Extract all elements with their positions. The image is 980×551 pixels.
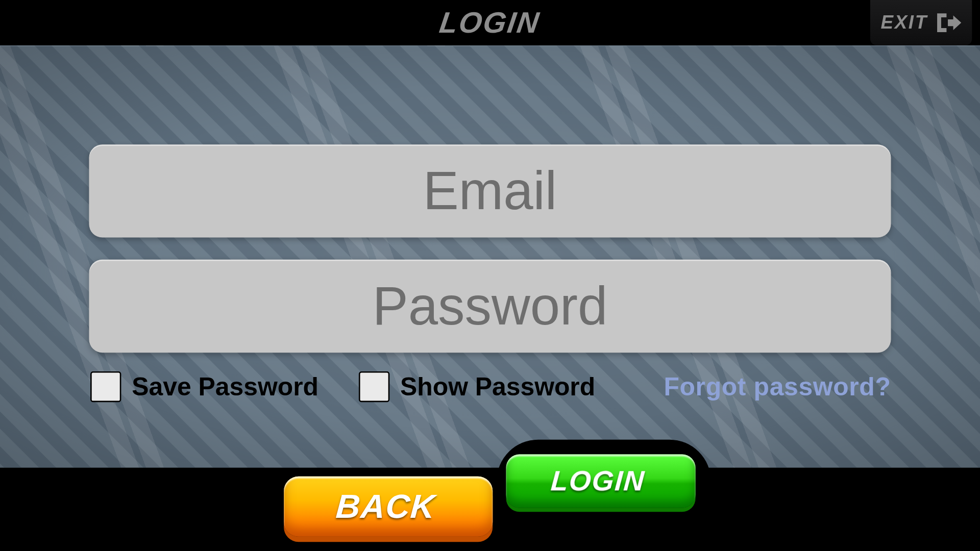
login-button[interactable]: LOGIN <box>506 455 695 508</box>
login-button-notch: LOGIN <box>497 440 711 523</box>
login-button-label: LOGIN <box>550 465 646 497</box>
checkbox-box-icon <box>90 371 121 402</box>
exit-icon <box>935 11 961 35</box>
options-row: Save Password Show Password Forgot passw… <box>89 371 891 402</box>
email-field[interactable] <box>89 145 891 238</box>
back-button[interactable]: BACK <box>284 477 493 537</box>
show-password-checkbox[interactable]: Show Password <box>359 371 595 402</box>
main-panel: Save Password Show Password Forgot passw… <box>0 45 980 468</box>
forgot-password-link[interactable]: Forgot password? <box>664 372 891 401</box>
show-password-label: Show Password <box>400 372 595 401</box>
checkbox-box-icon <box>359 371 389 402</box>
save-password-label: Save Password <box>132 372 318 401</box>
page-title: LOGIN <box>437 6 542 40</box>
exit-button[interactable]: EXIT <box>870 0 972 45</box>
login-screen: LOGIN EXIT Save Password Show <box>0 0 980 550</box>
password-field[interactable] <box>89 260 891 353</box>
login-form: Save Password Show Password Forgot passw… <box>89 46 891 403</box>
top-bar: LOGIN EXIT <box>0 0 980 45</box>
save-password-checkbox[interactable]: Save Password <box>90 371 318 402</box>
exit-button-label: EXIT <box>881 12 928 34</box>
back-button-label: BACK <box>334 487 436 526</box>
